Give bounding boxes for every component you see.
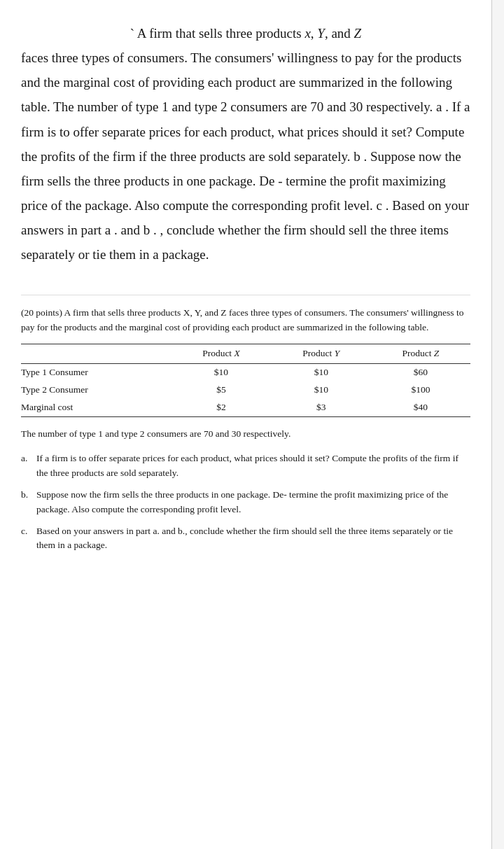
type1-z: $60: [371, 364, 470, 381]
marginal-label: Marginal cost: [21, 399, 171, 416]
section-divider: [21, 295, 470, 295]
type2-x: $5: [171, 381, 272, 399]
page-container: ` A firm that sells three products x, Y,…: [0, 0, 504, 849]
type2-label: Type 2 Consumer: [21, 381, 171, 399]
list-label-c: c.: [21, 524, 36, 539]
type2-z: $100: [371, 381, 470, 399]
col-header-x: Product X: [171, 344, 272, 364]
list-content-b: Suppose now the firm sells the three pro…: [36, 488, 470, 517]
main-content: ` A firm that sells three products x, Y,…: [0, 0, 491, 849]
col-header-empty: [21, 344, 171, 364]
list-content-c: Based on your answers in part a. and b.,…: [36, 524, 470, 554]
type1-label: Type 1 Consumer: [21, 364, 171, 381]
table-row-marginal: Marginal cost $2 $3 $40: [21, 399, 470, 416]
top-section: ` A firm that sells three products x, Y,…: [21, 14, 470, 288]
type2-y: $10: [272, 381, 371, 399]
type1-x: $10: [171, 364, 272, 381]
table-header-row: Product X Product Y Product Z: [21, 344, 470, 364]
list-item-a: a. If a firm is to offer separate prices…: [21, 451, 470, 481]
list-label-b: b.: [21, 488, 36, 503]
marginal-z: $40: [371, 399, 470, 416]
top-text: ` A firm that sells three products x, Y,…: [21, 21, 470, 267]
marginal-y: $3: [272, 399, 371, 416]
bottom-section: (20 points) A firm that sells three prod…: [21, 306, 470, 560]
consumer-count: The number of type 1 and type 2 consumer…: [21, 427, 470, 442]
product-table: Product X Product Y Product Z Type 1 Con…: [21, 344, 470, 417]
right-border: [491, 0, 504, 849]
list-content-a: If a firm is to offer separate prices fo…: [36, 451, 470, 481]
type1-y: $10: [272, 364, 371, 381]
right-border-inner: [492, 0, 504, 849]
marginal-x: $2: [171, 399, 272, 416]
list-item-b: b. Suppose now the firm sells the three …: [21, 488, 470, 517]
table-row-type1: Type 1 Consumer $10 $10 $60: [21, 364, 470, 381]
col-header-y: Product Y: [272, 344, 371, 364]
problem-intro: (20 points) A firm that sells three prod…: [21, 306, 470, 335]
table-row-type2: Type 2 Consumer $5 $10 $100: [21, 381, 470, 399]
answer-list: a. If a firm is to offer separate prices…: [21, 451, 470, 554]
first-line: ` A firm that sells three products x, Y,…: [21, 21, 470, 45]
list-item-c: c. Based on your answers in part a. and …: [21, 524, 470, 554]
col-header-z: Product Z: [371, 344, 470, 364]
list-label-a: a.: [21, 451, 36, 466]
